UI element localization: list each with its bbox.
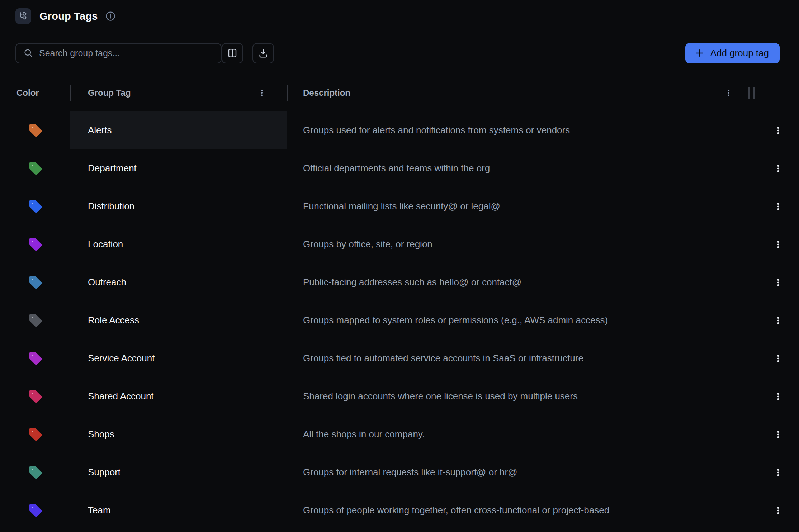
columns-view-button[interactable]	[222, 43, 243, 63]
row-actions-menu-button[interactable]	[770, 275, 786, 290]
app-header: Group Tags	[0, 0, 799, 32]
kebab-vertical-icon	[774, 164, 783, 173]
row-description-cell[interactable]: Public-facing addresses such as hello@ o…	[287, 263, 762, 301]
table-row: Outreach Public-facing addresses such as…	[0, 263, 794, 301]
row-color-cell	[0, 161, 70, 176]
row-actions-menu-button[interactable]	[770, 351, 786, 366]
row-group-tag-cell[interactable]: Location	[70, 225, 287, 263]
plus-icon	[694, 48, 705, 58]
group-tag-description: Groups for internal requests like it-sup…	[287, 467, 517, 478]
row-group-tag-cell[interactable]: Support	[70, 453, 287, 491]
column-header-color[interactable]: Color	[0, 88, 70, 98]
tag-color-icon	[28, 199, 43, 214]
table-row: Team Groups of people working together, …	[0, 491, 794, 529]
group-tag-name: Role Access	[70, 315, 139, 326]
kebab-vertical-icon	[774, 126, 783, 135]
table-row: Alerts Groups used for alerts and notifi…	[0, 111, 794, 149]
row-description-cell[interactable]: Groups tied to automated service account…	[287, 339, 762, 377]
row-description-cell[interactable]: Groups for internal requests like it-sup…	[287, 453, 762, 491]
kebab-vertical-icon	[724, 89, 733, 97]
table-row: Shared Account Shared login accounts whe…	[0, 377, 794, 415]
row-description-cell[interactable]: Groups by office, site, or region	[287, 225, 762, 263]
table-header-row: Color Group Tag Description	[0, 74, 794, 111]
row-group-tag-cell[interactable]: Distribution	[70, 187, 287, 225]
row-description-cell[interactable]: Functional mailing lists like security@ …	[287, 187, 762, 225]
kebab-vertical-icon	[257, 89, 266, 97]
row-description-cell[interactable]: Groups of people working together, often…	[287, 491, 762, 529]
columns-layout-icon	[227, 48, 238, 58]
kebab-vertical-icon	[774, 202, 783, 211]
row-group-tag-cell[interactable]: Outreach	[70, 263, 287, 301]
row-group-tag-cell[interactable]: Department	[70, 149, 287, 187]
row-actions-menu-button[interactable]	[770, 313, 786, 328]
tag-color-icon	[28, 351, 43, 366]
kebab-vertical-icon	[774, 240, 783, 249]
row-group-tag-cell[interactable]: Team	[70, 491, 287, 529]
tag-color-icon	[28, 123, 43, 138]
row-group-tag-cell[interactable]: Alerts	[70, 111, 287, 149]
row-actions-cell	[762, 389, 794, 404]
row-actions-menu-button[interactable]	[770, 237, 786, 252]
row-group-tag-cell[interactable]: Shared Account	[70, 377, 287, 415]
group-tag-description: Public-facing addresses such as hello@ o…	[287, 277, 521, 288]
group-tags-app-chip	[15, 8, 31, 24]
row-actions-menu-button[interactable]	[770, 199, 786, 214]
table-body: Alerts Groups used for alerts and notifi…	[0, 111, 794, 529]
column-header-description[interactable]: Description	[287, 74, 762, 111]
row-description-cell[interactable]: Shared login accounts where one license …	[287, 377, 762, 415]
row-description-cell[interactable]: Official departments and teams within th…	[287, 149, 762, 187]
row-actions-menu-button[interactable]	[770, 465, 786, 480]
row-color-cell	[0, 389, 70, 404]
row-actions-cell	[762, 427, 794, 442]
column-header-group-tag-label: Group Tag	[88, 88, 131, 98]
group-tag-description: Groups tied to automated service account…	[287, 353, 583, 364]
row-actions-menu-button[interactable]	[770, 161, 786, 176]
row-description-cell[interactable]: Groups used for alerts and notifications…	[287, 111, 762, 149]
row-actions-menu-button[interactable]	[770, 123, 786, 138]
search-input[interactable]	[39, 48, 211, 58]
row-color-cell	[0, 199, 70, 214]
table-row: Role Access Groups mapped to system role…	[0, 301, 794, 339]
row-actions-menu-button[interactable]	[770, 503, 786, 518]
row-group-tag-cell[interactable]: Shops	[70, 415, 287, 453]
row-color-cell	[0, 313, 70, 328]
row-actions-cell	[762, 237, 794, 252]
kebab-vertical-icon	[774, 278, 783, 287]
kebab-vertical-icon	[774, 468, 783, 477]
group-tag-name: Support	[70, 467, 120, 478]
info-circle-icon[interactable]	[105, 11, 116, 22]
table-row: Location Groups by office, site, or regi…	[0, 225, 794, 263]
row-group-tag-cell[interactable]: Service Account	[70, 339, 287, 377]
search-icon	[23, 48, 33, 58]
tag-color-icon	[28, 313, 43, 328]
group-tag-name: Location	[70, 239, 123, 250]
group-tag-description: Shared login accounts where one license …	[287, 391, 578, 402]
row-color-cell	[0, 503, 70, 518]
row-color-cell	[0, 237, 70, 252]
row-actions-menu-button[interactable]	[770, 427, 786, 442]
group-tag-column-menu-button[interactable]	[257, 89, 266, 97]
tag-color-icon	[28, 275, 43, 290]
column-divider	[70, 85, 71, 101]
add-group-tag-button[interactable]: Add group tag	[685, 43, 780, 63]
row-actions-menu-button[interactable]	[770, 389, 786, 404]
export-button[interactable]	[252, 43, 274, 63]
row-color-cell	[0, 351, 70, 366]
table-row: Support Groups for internal requests lik…	[0, 453, 794, 491]
row-description-cell[interactable]: All the shops in our company.	[287, 415, 762, 453]
column-header-group-tag[interactable]: Group Tag	[70, 74, 287, 111]
kebab-vertical-icon	[774, 354, 783, 363]
row-description-cell[interactable]: Groups mapped to system roles or permiss…	[287, 301, 762, 339]
double-bar-icon[interactable]	[748, 87, 755, 99]
row-group-tag-cell[interactable]: Role Access	[70, 301, 287, 339]
group-tag-description: Official departments and teams within th…	[287, 163, 490, 174]
row-actions-cell	[762, 351, 794, 366]
group-tag-description: Groups of people working together, often…	[287, 505, 609, 516]
table-row: Shops All the shops in our company.	[0, 415, 794, 453]
download-icon	[258, 48, 269, 58]
group-tag-name: Outreach	[70, 277, 126, 288]
row-actions-cell	[762, 503, 794, 518]
search-box[interactable]	[15, 43, 222, 63]
description-column-menu-button[interactable]	[724, 89, 733, 97]
toolbar: Add group tag	[0, 32, 799, 74]
